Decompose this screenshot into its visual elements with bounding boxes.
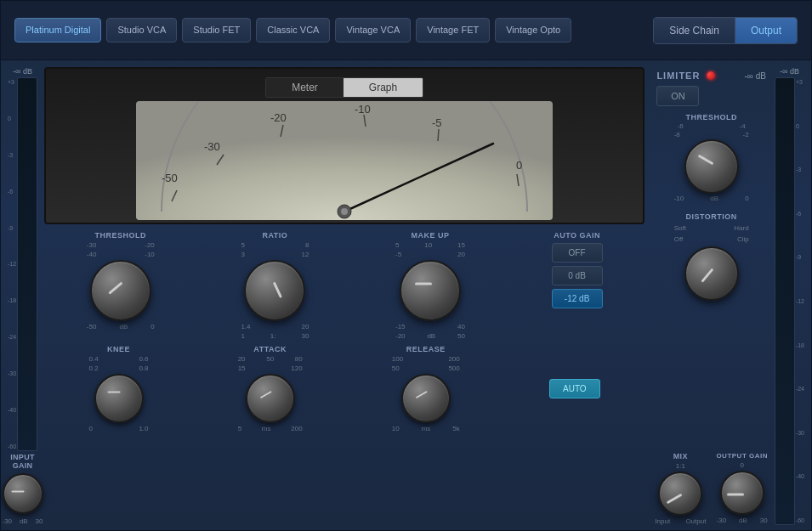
preset-btn-classic-vca[interactable]: Classic VCA: [256, 18, 330, 42]
mix-knob[interactable]: [658, 472, 702, 516]
knee-knob[interactable]: [94, 374, 144, 423]
attack-knob[interactable]: [246, 374, 295, 423]
limiter-on-btn[interactable]: ON: [656, 86, 699, 106]
makeup-knob[interactable]: [400, 260, 461, 321]
distortion-group: DISTORTION SoftHard OffClip: [651, 212, 771, 301]
preset-btn-studio-fet[interactable]: Studio FET: [182, 18, 251, 42]
threshold-knob[interactable]: [90, 260, 151, 321]
svg-text:-20: -20: [270, 111, 287, 124]
preset-btn-vintage-opto[interactable]: Vintage Opto: [495, 18, 571, 42]
makeup-label: MAKE UP: [411, 231, 449, 240]
input-gain-label: INPUT GAIN: [8, 453, 37, 470]
ratio-label: RATIO: [262, 231, 287, 240]
limiter-threshold-group: THRESHOLD -6-4 -8-2 -10dB0: [651, 113, 771, 202]
threshold-group: THRESHOLD -30-20 -40-10 -50dB0: [87, 231, 155, 330]
release-label: RELEASE: [406, 345, 446, 353]
limiter-section: LIMITER -∞ dB ON: [651, 67, 771, 110]
output-db-label: -∞ dB: [780, 67, 799, 76]
knee-group: KNEE 0.40.6 0.20.8 01.0: [89, 345, 149, 432]
auto-gain-off-btn[interactable]: OFF: [552, 243, 603, 263]
output-button[interactable]: Output: [735, 18, 797, 43]
svg-point-15: [341, 208, 348, 215]
svg-text:-30: -30: [204, 140, 220, 153]
distortion-knob[interactable]: [684, 246, 739, 301]
auto-gain-label: AUTO GAIN: [554, 231, 600, 240]
output-meter-bar: [775, 77, 795, 525]
preset-btn-platinum-digital[interactable]: Platinum Digital: [14, 18, 101, 42]
makeup-group: MAKE UP 51015 -520 -1540 -20dB50: [395, 231, 465, 340]
auto-release-btn[interactable]: AUTO: [549, 379, 600, 398]
limiter-label: LIMITER: [656, 71, 700, 81]
input-gain-scale: -30 dB 30: [3, 517, 43, 525]
limiter-threshold-label: THRESHOLD: [685, 113, 737, 121]
attack-group: ATTACK 205080 15120 5ms200: [238, 345, 303, 432]
svg-text:0: 0: [516, 159, 522, 172]
preset-btn-vintage-vca[interactable]: Vintage VCA: [335, 18, 411, 42]
controls-row-bottom: KNEE 0.40.6 0.20.8 01.0 ATTACK: [44, 345, 644, 432]
distortion-label: DISTORTION: [686, 212, 737, 221]
gauge-svg: -50 -30 -20 -10 -5 0: [136, 101, 553, 220]
knee-label: KNEE: [107, 345, 130, 353]
meter-scale-left: +3 0 -3 -6 -9 -12 -18 -24 -30 -40 -60: [8, 77, 16, 451]
release-group: RELEASE 100200 50500 10ms5k: [392, 345, 460, 432]
output-gain-group: OUTPUT GAIN 0 -30 dB 30: [716, 452, 768, 525]
svg-text:-10: -10: [355, 103, 371, 116]
mix-label: MIX: [673, 452, 689, 460]
top-bar: Platinum Digital Studio VCA Studio FET C…: [1, 1, 811, 60]
right-meter-group: -∞ dB +3 0 -3 -6 -9 -12 -18 -24 -30 -40: [775, 67, 804, 525]
meter-scale-right: +3 0 -3 -6 -9 -12 -18 -24 -30 -40 -60: [796, 77, 804, 525]
main-container: Platinum Digital Studio VCA Studio FET C…: [0, 0, 812, 531]
preset-btn-studio-vca[interactable]: Studio VCA: [106, 18, 177, 42]
ratio-knob[interactable]: [244, 260, 305, 321]
limiter-led: [707, 71, 715, 80]
svg-text:-5: -5: [432, 116, 442, 129]
right-side: LIMITER -∞ dB ON THRESHOLD -6-4 -8-2: [651, 67, 804, 525]
auto-release-group: AUTO: [549, 345, 600, 398]
input-gain-knob[interactable]: [3, 473, 43, 514]
side-chain-output-toggle: Side Chain Output: [653, 17, 798, 44]
attack-label: ATTACK: [253, 345, 287, 353]
limiter-header: LIMITER -∞ dB: [656, 71, 766, 81]
output-gain-knob[interactable]: [720, 471, 764, 515]
svg-line-9: [438, 129, 439, 141]
auto-gain-group: AUTO GAIN OFF 0 dB -12 dB: [552, 231, 603, 308]
left-meter-group: -∞ dB +3 0 -3 -6 -9 -12 -18 -24 -30 -40 …: [8, 67, 37, 525]
svg-text:-50: -50: [162, 172, 178, 184]
display-tabs: Meter Graph: [265, 77, 423, 98]
auto-gain-0db-btn[interactable]: 0 dB: [552, 266, 603, 285]
controls-row-top: THRESHOLD -30-20 -40-10 -50dB0 RATIO: [44, 231, 644, 340]
ratio-group: RATIO 58 312 1.420 11:30: [241, 231, 309, 340]
input-db-label: -∞ dB: [13, 67, 32, 76]
threshold-label: THRESHOLD: [95, 231, 147, 240]
input-meter-bar: [17, 77, 37, 451]
output-meter-bars: +3 0 -3 -6 -9 -12 -18 -24 -30 -40 -60: [775, 77, 804, 525]
graph-tab[interactable]: Graph: [344, 78, 423, 97]
center-area: Meter Graph: [44, 67, 644, 525]
mix-group: MIX 1:1 Input Output: [655, 452, 706, 525]
vu-display: Meter Graph: [44, 67, 644, 224]
limiter-threshold-knob[interactable]: [684, 139, 739, 194]
input-meter-bars: +3 0 -3 -6 -9 -12 -18 -24 -30 -40 -60: [8, 77, 37, 451]
preset-btn-vintage-fet[interactable]: Vintage FET: [416, 18, 490, 42]
mix-output-row: MIX 1:1 Input Output OUTPUT GAIN 0: [651, 449, 771, 525]
limiter-db: -∞ dB: [745, 71, 766, 81]
content-area: -∞ dB +3 0 -3 -6 -9 -12 -18 -24 -30 -40 …: [1, 60, 811, 531]
side-chain-button[interactable]: Side Chain: [654, 18, 735, 43]
svg-rect-0: [136, 101, 553, 220]
right-panel-controls: LIMITER -∞ dB ON THRESHOLD -6-4 -8-2: [651, 67, 771, 525]
output-gain-label: OUTPUT GAIN: [716, 452, 768, 460]
release-knob[interactable]: [401, 374, 451, 423]
auto-gain-minus12db-btn[interactable]: -12 dB: [552, 289, 603, 308]
meter-tab[interactable]: Meter: [266, 78, 344, 97]
